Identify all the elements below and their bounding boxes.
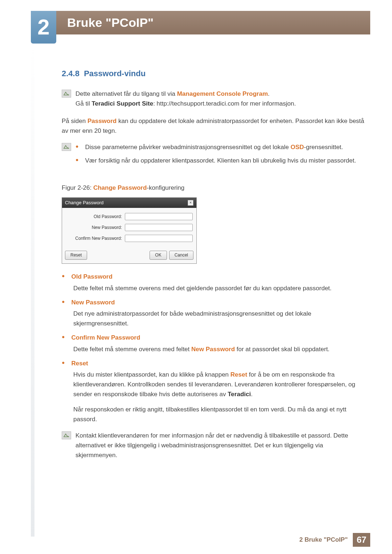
term-text: New Password — [71, 297, 115, 307]
accent-text: Password — [87, 118, 117, 124]
section-heading: 2.4.8 Password-vindu — [62, 67, 365, 80]
intro-paragraph: På siden Password kan du oppdatere det l… — [62, 116, 365, 136]
chapter-number-badge: 2 — [31, 11, 56, 44]
change-password-dialog: Change Password × Old Password: New Pass… — [62, 197, 197, 264]
term-text: Reset — [71, 358, 88, 368]
left-margin-stripe — [31, 44, 34, 537]
page-number: 67 — [353, 533, 370, 547]
section-title: Password-vindu — [84, 69, 146, 78]
warning-note: ● Disse parameterne påvirker webadminist… — [62, 142, 365, 176]
desc-text: Dette feltet må stemme overens med felte… — [73, 344, 365, 354]
desc-item-confirm-password: ●Confirm New Password Dette feltet må st… — [62, 333, 365, 354]
page-footer: 2 Bruke "PCoIP" 67 — [299, 533, 370, 547]
dialog-titlebar: Change Password × — [62, 198, 196, 208]
accent-text: New Password — [191, 346, 235, 353]
note-icon — [62, 90, 71, 98]
intro-note-text: Dette alternativet får du tilgang til vi… — [75, 89, 296, 108]
list-item: ● Disse parameterne påvirker webadminist… — [75, 142, 356, 152]
term-text: Old Password — [71, 272, 112, 282]
bullet-icon: ● — [62, 333, 65, 341]
list-item: ● Vær forsiktig når du oppdaterer klient… — [75, 156, 356, 165]
chapter-header: 2 Bruke "PCoIP" — [31, 11, 370, 34]
text: for at passordet skal bli oppdatert. — [235, 346, 330, 353]
text: : http://techsupport.teradici.com for me… — [153, 100, 296, 107]
dialog-row: Confirm New Password: — [66, 235, 193, 242]
text: Disse parameterne påvirker webadministra… — [85, 144, 290, 151]
accent-text: Management Console Program — [177, 90, 268, 97]
dialog-row: Old Password: — [66, 213, 193, 220]
confirm-password-input[interactable] — [125, 235, 193, 242]
chapter-title: Bruke "PCoIP" — [67, 13, 154, 32]
dialog-footer: Reset OK Cancel — [62, 249, 196, 263]
note-icon — [62, 431, 71, 439]
warning-bullets: ● Disse parameterne påvirker webadminist… — [75, 142, 356, 169]
bullet-icon: ● — [75, 156, 78, 164]
desc-text: Hvis du mister klientpassordet, kan du k… — [73, 370, 365, 399]
bold-text: Teradici Support Site — [91, 100, 153, 107]
old-password-label: Old Password: — [66, 213, 125, 220]
cancel-button[interactable]: Cancel — [169, 251, 193, 260]
old-password-input[interactable] — [125, 213, 193, 220]
content-area: 2.4.8 Password-vindu Dette alternativet … — [62, 67, 365, 467]
contact-note-text: Kontakt klientleverandøren for mer infor… — [75, 431, 365, 460]
text: . — [251, 391, 253, 398]
bullet-icon: ● — [62, 297, 65, 305]
intro-note: Dette alternativet får du tilgang til vi… — [62, 89, 365, 108]
accent-text: Reset — [230, 371, 247, 378]
desc-text: Dette feltet må stemme overens med det g… — [73, 283, 365, 293]
text: Dette alternativet får du tilgang til vi… — [75, 90, 177, 97]
contact-note: Kontakt klientleverandøren for mer infor… — [62, 431, 365, 460]
bullet-icon: ● — [62, 358, 65, 366]
bold-text: Teradici — [228, 391, 251, 398]
figure-caption: Figur 2-26: Change Password-konfigurerin… — [62, 183, 365, 193]
text: Figur 2-26: — [62, 184, 93, 191]
term-text: Confirm New Password — [71, 333, 140, 342]
text: -grensesnittet. — [304, 144, 343, 151]
confirm-password-label: Confirm New Password: — [66, 235, 125, 242]
desc-item-reset: ●Reset Hvis du mister klientpassordet, k… — [62, 358, 365, 424]
text: -konfigurering — [147, 184, 184, 191]
ok-button[interactable]: OK — [150, 251, 167, 260]
footer-chapter-label: 2 Bruke "PCoIP" — [299, 535, 348, 545]
dialog-row: New Password: — [66, 224, 193, 231]
text: Vær forsiktig når du oppdaterer klientpa… — [85, 156, 356, 165]
text: På siden — [62, 118, 87, 124]
desc-item-new-password: ●New Password Det nye administratorpasso… — [62, 297, 365, 329]
note-icon — [62, 143, 71, 151]
close-icon[interactable]: × — [188, 200, 193, 206]
new-password-input[interactable] — [125, 224, 193, 231]
text: Dette feltet må stemme overens med felte… — [73, 346, 191, 353]
desc-item-old-password: ●Old Password Dette feltet må stemme ove… — [62, 272, 365, 293]
text: Gå til — [75, 100, 91, 107]
desc-text: Når responskoden er riktig angitt, tilba… — [73, 405, 365, 424]
section-number: 2.4.8 — [62, 69, 79, 78]
new-password-label: New Password: — [66, 224, 125, 231]
text: . — [268, 90, 270, 97]
dialog-title-text: Change Password — [65, 199, 103, 207]
reset-button[interactable]: Reset — [65, 251, 87, 260]
text: Hvis du mister klientpassordet, kan du k… — [73, 371, 230, 378]
bullet-icon: ● — [62, 272, 65, 280]
dialog-body: Old Password: New Password: Confirm New … — [62, 208, 196, 249]
accent-text: Change Password — [93, 184, 147, 191]
description-list: ●Old Password Dette feltet må stemme ove… — [62, 272, 365, 424]
desc-text: Det nye administratorpassordet for både … — [73, 309, 365, 328]
page: 2 Bruke "PCoIP" 2.4.8 Password-vindu Det… — [0, 0, 392, 554]
accent-text: OSD — [290, 144, 304, 151]
bullet-icon: ● — [75, 142, 78, 150]
